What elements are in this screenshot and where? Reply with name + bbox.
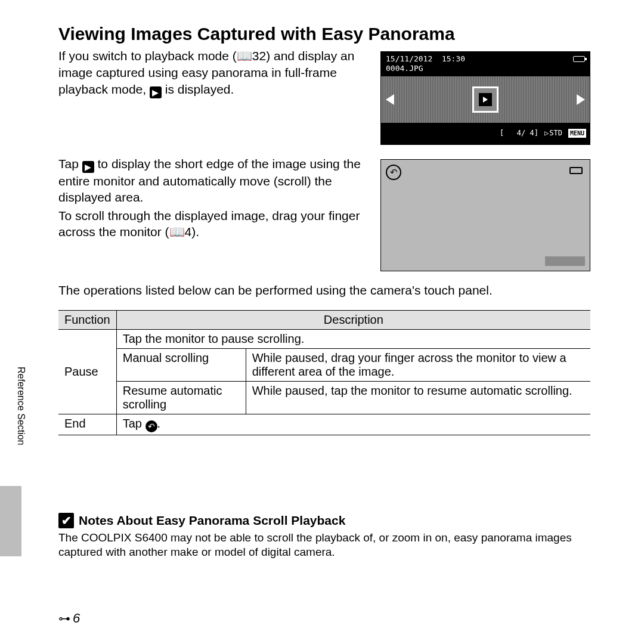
cell-resume-desc: While paused, tap the monitor to resume …	[246, 381, 590, 414]
cell-end-desc: Tap ↶.	[116, 414, 590, 435]
back-icon: ↶	[145, 420, 157, 432]
prev-arrow-icon	[386, 94, 394, 105]
camera-lcd-scroll-preview: ↶	[380, 159, 590, 271]
cell-end: End	[58, 414, 116, 435]
para1a: If you switch to playback mode (	[58, 49, 237, 63]
lcd-time: 15:30	[442, 54, 465, 63]
battery-icon	[569, 167, 583, 174]
th-description: Description	[116, 310, 590, 329]
th-function: Function	[58, 310, 116, 329]
play-icon: ▶	[150, 86, 162, 98]
operations-intro: The operations listed below can be perfo…	[58, 282, 576, 298]
page-title: Viewing Images Captured with Easy Panora…	[58, 24, 644, 44]
camera-lcd-preview: 15/11/2012 15:30 0004.JPG [ 4/ 4] STD ME…	[380, 51, 590, 145]
para1c: is displayed.	[162, 82, 234, 96]
cell-resume: Resume automatic scrolling	[116, 381, 246, 414]
cell-pause: Pause	[58, 329, 116, 414]
para2b: to display the short edge of the image u…	[58, 157, 361, 204]
operations-table: Function Description Pause Tap the monit…	[58, 310, 590, 435]
lcd-file: 0004.JPG	[386, 64, 423, 73]
play-button-icon	[472, 86, 499, 113]
para2a: Tap	[58, 157, 82, 171]
para3a: To scroll through the displayed image, d…	[58, 209, 360, 239]
cell-manual-desc: While paused, drag your finger across th…	[246, 348, 590, 381]
cell-manual: Manual scrolling	[116, 348, 246, 381]
section-label: Reference Section	[16, 367, 26, 445]
intro-paragraph: If you switch to playback mode (📖32) and…	[58, 48, 380, 101]
menu-button-icon: MENU	[568, 129, 586, 138]
notes-body: The COOLPIX S6400 may not be able to scr…	[58, 531, 590, 560]
play-icon: ▶	[82, 161, 94, 173]
para3b: 4).	[185, 225, 200, 239]
notes-heading: Notes About Easy Panorama Scroll Playbac…	[79, 513, 345, 528]
checkmark-icon: ✔	[58, 513, 74, 528]
lcd-date: 15/11/2012	[386, 54, 432, 63]
battery-icon	[573, 56, 585, 62]
lcd-counter: [ 4/ 4]	[500, 129, 538, 138]
next-arrow-icon	[577, 94, 585, 105]
manual-ref-icon: 📖	[169, 225, 185, 239]
page-number: 6	[58, 611, 80, 626]
section-tab	[0, 486, 21, 556]
scroll-paragraph: Tap ▶ to display the short edge of the i…	[58, 156, 380, 243]
manual-ref-icon: 📖	[237, 49, 252, 63]
cell-pause-desc: Tap the monitor to pause scrolling.	[116, 329, 590, 348]
std-indicator-icon: STD	[544, 129, 562, 138]
back-icon: ↶	[386, 165, 401, 180]
